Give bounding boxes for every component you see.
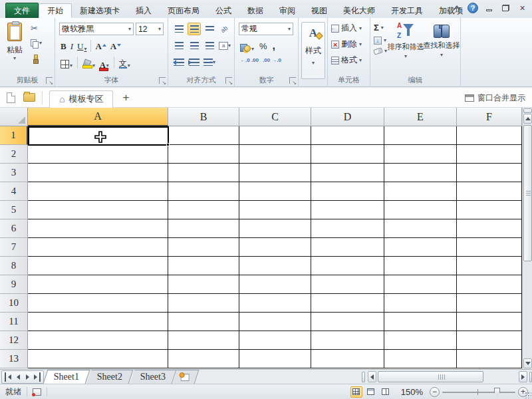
resize-grip[interactable] bbox=[525, 392, 531, 398]
scroll-down-button[interactable] bbox=[523, 358, 532, 368]
percent-style-button[interactable]: % bbox=[259, 41, 267, 51]
align-middle-button[interactable] bbox=[188, 23, 201, 35]
clipboard-dialog-launcher[interactable] bbox=[46, 77, 53, 84]
find-select-dropdown-arrow[interactable]: ▾ bbox=[440, 53, 443, 58]
insert-dropdown-arrow[interactable]: ▾ bbox=[359, 26, 362, 31]
column-header-B[interactable]: B bbox=[168, 108, 239, 126]
cell-F9[interactable] bbox=[457, 275, 522, 294]
fill-color-button[interactable]: ▾ bbox=[82, 57, 95, 68]
underline-dropdown-arrow[interactable]: ▾ bbox=[84, 47, 86, 52]
restore-button[interactable] bbox=[500, 3, 511, 13]
cell-A7[interactable] bbox=[28, 238, 168, 257]
cell-A6[interactable] bbox=[28, 219, 168, 238]
zoom-slider-thumb[interactable] bbox=[494, 388, 500, 396]
open-folder-icon[interactable] bbox=[23, 93, 35, 102]
shrink-font-button[interactable]: A bbox=[110, 40, 121, 52]
row-header-4[interactable]: 4 bbox=[0, 182, 28, 201]
cell-F5[interactable] bbox=[457, 201, 522, 219]
cell-A8[interactable] bbox=[28, 257, 168, 275]
minimize-button[interactable] bbox=[483, 3, 495, 13]
normal-view-button[interactable] bbox=[350, 386, 362, 398]
cell-A2[interactable] bbox=[28, 145, 168, 164]
cell-F10[interactable] bbox=[457, 294, 522, 313]
phonetic-dropdown-arrow[interactable]: ▾ bbox=[128, 63, 130, 68]
cell-B5[interactable] bbox=[168, 201, 239, 219]
scroll-left-button[interactable] bbox=[368, 371, 376, 382]
merge-windows-button[interactable]: 窗口合并显示 bbox=[465, 92, 525, 104]
cell-B10[interactable] bbox=[168, 294, 239, 313]
cell-C9[interactable] bbox=[239, 275, 311, 294]
fill-dropdown-arrow[interactable]: ▾ bbox=[384, 38, 386, 43]
cell-B12[interactable] bbox=[168, 331, 239, 350]
copy-dropdown-arrow[interactable]: ▾ bbox=[39, 41, 42, 46]
cell-C12[interactable] bbox=[239, 331, 311, 350]
tab-page-layout[interactable]: 页面布局 bbox=[160, 3, 207, 18]
decrease-indent-button[interactable] bbox=[172, 56, 186, 68]
zoom-out-button[interactable]: − bbox=[430, 387, 440, 397]
copy-button[interactable]: ▾ bbox=[29, 37, 43, 49]
alignment-dialog-launcher[interactable] bbox=[225, 77, 232, 84]
next-sheet-button[interactable] bbox=[23, 372, 31, 382]
row-header-12[interactable]: 12 bbox=[0, 331, 28, 350]
cell-E10[interactable] bbox=[384, 294, 457, 313]
fill-color-dropdown-arrow[interactable]: ▾ bbox=[92, 63, 95, 68]
align-center-button[interactable] bbox=[188, 39, 201, 52]
cell-B8[interactable] bbox=[168, 257, 239, 275]
wrap-text-button[interactable]: ▾ bbox=[203, 56, 216, 68]
cell-D10[interactable] bbox=[311, 294, 384, 313]
column-header-E[interactable]: E bbox=[384, 108, 457, 126]
cell-B2[interactable] bbox=[168, 145, 239, 164]
cell-E13[interactable] bbox=[384, 350, 457, 368]
tab-beautify-master[interactable]: 美化大师 bbox=[335, 3, 383, 18]
font-size-combobox[interactable]: 12▾ bbox=[136, 23, 164, 35]
delete-dropdown-arrow[interactable]: ▾ bbox=[359, 42, 362, 47]
cell-F7[interactable] bbox=[457, 238, 522, 257]
find-select-button[interactable]: 查找和选择 ▾ bbox=[426, 22, 457, 58]
increase-indent-button[interactable] bbox=[188, 56, 201, 68]
macro-record-icon[interactable] bbox=[33, 388, 41, 396]
row-header-7[interactable]: 7 bbox=[0, 238, 28, 257]
cell-F13[interactable] bbox=[457, 350, 522, 368]
cell-C4[interactable] bbox=[239, 182, 311, 201]
underline-button[interactable]: U▾ bbox=[77, 40, 86, 52]
tab-data[interactable]: 数据 bbox=[239, 3, 271, 18]
merge-center-button[interactable]: a▾ bbox=[218, 39, 231, 52]
scroll-up-button[interactable] bbox=[523, 114, 532, 124]
cell-A5[interactable] bbox=[28, 201, 168, 219]
row-header-9[interactable]: 9 bbox=[0, 275, 28, 294]
cell-B3[interactable] bbox=[168, 164, 239, 182]
tab-developer[interactable]: 开发工具 bbox=[383, 3, 431, 18]
cell-F3[interactable] bbox=[457, 164, 522, 182]
cell-B1[interactable] bbox=[168, 126, 239, 145]
cell-A11[interactable] bbox=[28, 313, 168, 331]
increase-decimal-button[interactable]: ←.0 .00 bbox=[240, 57, 259, 63]
align-bottom-button[interactable] bbox=[203, 23, 216, 35]
insert-cells-button[interactable]: 插入▾ bbox=[331, 23, 362, 34]
align-top-button[interactable] bbox=[172, 23, 186, 35]
vertical-split-handle[interactable] bbox=[523, 108, 532, 113]
cell-D3[interactable] bbox=[311, 164, 384, 182]
font-name-dropdown-arrow[interactable]: ▾ bbox=[128, 27, 131, 32]
cell-D9[interactable] bbox=[311, 275, 384, 294]
cell-D7[interactable] bbox=[311, 238, 384, 257]
tab-view[interactable]: 视图 bbox=[303, 3, 335, 18]
decrease-decimal-button[interactable]: .00 →.0 bbox=[263, 57, 281, 63]
collapse-ribbon-button[interactable] bbox=[451, 3, 462, 13]
cell-D12[interactable] bbox=[311, 331, 384, 350]
cell-A9[interactable] bbox=[28, 275, 168, 294]
cell-A1[interactable] bbox=[28, 126, 168, 145]
cell-F8[interactable] bbox=[457, 257, 522, 275]
accounting-format-button[interactable]: ▾ bbox=[240, 40, 254, 52]
close-button[interactable]: × bbox=[517, 3, 528, 13]
font-name-combobox[interactable]: 微软雅黑▾ bbox=[59, 23, 134, 35]
cell-C2[interactable] bbox=[239, 145, 311, 164]
delete-cells-button[interactable]: 删除▾ bbox=[331, 39, 362, 50]
borders-button[interactable]: ▾ bbox=[61, 57, 72, 68]
font-color-button[interactable]: A▾ bbox=[100, 57, 109, 68]
scroll-right-button[interactable] bbox=[519, 371, 527, 382]
vertical-scrollbar[interactable] bbox=[522, 108, 532, 369]
column-header-D[interactable]: D bbox=[311, 108, 384, 126]
zoom-slider[interactable] bbox=[442, 387, 515, 397]
cell-D6[interactable] bbox=[311, 219, 384, 238]
row-header-2[interactable]: 2 bbox=[0, 145, 28, 164]
